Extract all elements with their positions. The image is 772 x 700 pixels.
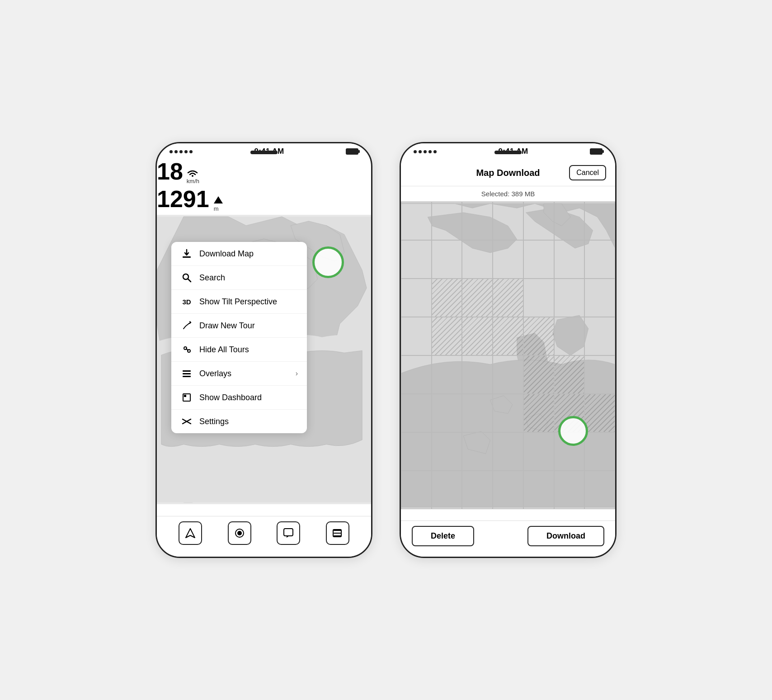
grid-cell-1-4[interactable] — [523, 240, 554, 279]
delete-button[interactable]: Delete — [412, 526, 474, 546]
svg-point-0 — [192, 175, 193, 177]
grid-cell-7-4[interactable] — [523, 471, 554, 509]
list-tab-icon — [332, 528, 343, 539]
grid-cell-3-1[interactable] — [432, 317, 462, 355]
menu-item-draw-tour[interactable]: Draw New Tour — [171, 314, 307, 338]
menu-item-dashboard[interactable]: Show Dashboard — [171, 386, 307, 410]
grid-cell-2-5[interactable] — [554, 279, 585, 317]
grid-cell-3-6[interactable] — [584, 317, 615, 355]
menu-item-settings[interactable]: Settings — [171, 410, 307, 433]
menu-item-dashboard-label: Show Dashboard — [199, 393, 298, 402]
menu-item-tilt[interactable]: 3D Show Tilt Perspective — [171, 290, 307, 314]
signal-dot-5 — [189, 150, 193, 153]
grid-cell-4-1[interactable] — [432, 355, 462, 394]
grid-cell-2-2[interactable] — [462, 279, 493, 317]
grid-cell-2-6[interactable] — [584, 279, 615, 317]
map-download-grid[interactable] — [401, 202, 615, 509]
phone2-battery-icon — [590, 148, 603, 155]
grid-cell-0-5[interactable] — [554, 202, 585, 240]
svg-marker-21 — [287, 536, 289, 538]
phone1-map[interactable]: Download Map Search 3D Show Tilt Persp — [157, 215, 371, 504]
grid-cell-2-0[interactable] — [401, 279, 432, 317]
record-tab[interactable] — [228, 521, 251, 545]
overlays-icon — [180, 367, 193, 380]
speed-icon — [187, 169, 198, 177]
grid-cell-7-1[interactable] — [432, 471, 462, 509]
grid-cell-0-2[interactable] — [462, 202, 493, 240]
grid-cell-4-3[interactable] — [493, 355, 523, 394]
altitude-metric: 1291 m — [157, 187, 371, 215]
grid-cell-3-4[interactable] — [523, 317, 554, 355]
grid-cell-1-2[interactable] — [462, 240, 493, 279]
menu-item-overlays[interactable]: Overlays › — [171, 362, 307, 386]
svg-rect-4 — [183, 256, 191, 258]
cancel-button[interactable]: Cancel — [569, 165, 606, 180]
p2-signal-dot-5 — [433, 150, 437, 153]
phone2-status-time: 9:41 AM — [499, 147, 528, 156]
grid-cell-4-0[interactable] — [401, 355, 432, 394]
grid-cell-7-2[interactable] — [462, 471, 493, 509]
menu-item-download-map[interactable]: Download Map — [171, 242, 307, 266]
grid-cell-0-1[interactable] — [432, 202, 462, 240]
location-tab[interactable] — [179, 521, 202, 545]
grid-cell-3-0[interactable] — [401, 317, 432, 355]
grid-cell-0-6[interactable] — [584, 202, 615, 240]
menu-item-overlays-label: Overlays — [199, 369, 289, 378]
altitude-unit: m — [214, 205, 219, 212]
grid-cell-1-0[interactable] — [401, 240, 432, 279]
grid-cell-2-4[interactable] — [523, 279, 554, 317]
grid-cell-6-4[interactable] — [523, 432, 554, 471]
altitude-value: 1291 — [157, 187, 209, 211]
grid-cell-4-4[interactable] — [523, 355, 554, 394]
grid-cell-2-1[interactable] — [432, 279, 462, 317]
grid-cell-7-0[interactable] — [401, 471, 432, 509]
grid-cell-3-2[interactable] — [462, 317, 493, 355]
chat-tab-icon — [283, 528, 294, 539]
grid-cell-5-3[interactable] — [493, 394, 523, 432]
grid-cell-1-1[interactable] — [432, 240, 462, 279]
grid-cell-6-3[interactable] — [493, 432, 523, 471]
phone2-signal-dots — [414, 150, 437, 153]
grid-cell-4-6[interactable] — [584, 355, 615, 394]
grid-cell-0-0[interactable] — [401, 202, 432, 240]
p2-signal-dot-4 — [428, 150, 432, 153]
grid-cell-4-2[interactable] — [462, 355, 493, 394]
grid-cell-7-3[interactable] — [493, 471, 523, 509]
grid-cell-7-6[interactable] — [584, 471, 615, 509]
dashboard-icon — [180, 391, 193, 404]
speed-metric: 18 km/h — [157, 160, 371, 187]
phone2-battery — [590, 148, 603, 155]
signal-dots — [169, 150, 193, 153]
search-icon — [180, 271, 193, 284]
tilt-icon: 3D — [180, 295, 193, 308]
list-tab[interactable] — [326, 521, 349, 545]
grid-cell-7-5[interactable] — [554, 471, 585, 509]
grid-cell-5-0[interactable] — [401, 394, 432, 432]
grid-cell-5-4[interactable] — [523, 394, 554, 432]
menu-item-search[interactable]: Search — [171, 266, 307, 290]
grid-cell-5-6[interactable] — [584, 394, 615, 432]
signal-dot-2 — [174, 150, 178, 153]
grid-cell-1-6[interactable] — [584, 240, 615, 279]
grid-cell-6-1[interactable] — [432, 432, 462, 471]
menu-item-hide-tours[interactable]: Hide All Tours — [171, 338, 307, 362]
phone2: 9:41 AM Map Download Cancel Selected: 38… — [400, 142, 617, 558]
download-button[interactable]: Download — [527, 526, 604, 546]
grid-cell-3-3[interactable] — [493, 317, 523, 355]
record-tab-icon — [234, 528, 245, 539]
grid-cell-6-2[interactable] — [462, 432, 493, 471]
chat-tab[interactable] — [277, 521, 300, 545]
grid-cell-5-1[interactable] — [432, 394, 462, 432]
grid-cell-6-6[interactable] — [584, 432, 615, 471]
grid-cell-0-3[interactable] — [493, 202, 523, 240]
grid-cell-3-5[interactable] — [554, 317, 585, 355]
svg-line-9 — [186, 349, 188, 350]
grid-cell-1-5[interactable] — [554, 240, 585, 279]
grid-cell-5-2[interactable] — [462, 394, 493, 432]
grid-cell-6-0[interactable] — [401, 432, 432, 471]
grid-cell-0-4[interactable] — [523, 202, 554, 240]
grid-cell-1-3[interactable] — [493, 240, 523, 279]
grid-cell-2-3[interactable] — [493, 279, 523, 317]
svg-rect-20 — [284, 529, 293, 536]
grid-cell-4-5[interactable] — [554, 355, 585, 394]
